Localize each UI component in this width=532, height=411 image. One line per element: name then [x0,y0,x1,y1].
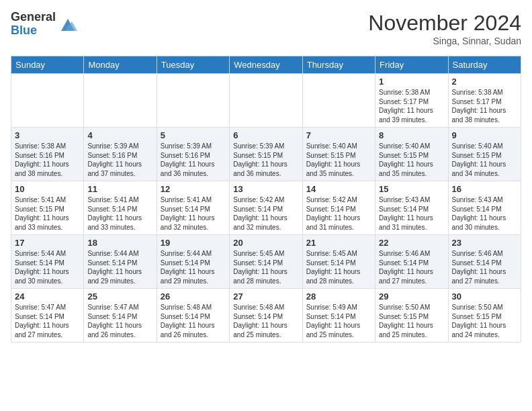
day-number: 2 [452,77,517,87]
day-number: 22 [379,238,444,248]
calendar-cell-4-1: 25Sunrise: 5:47 AM Sunset: 5:14 PM Dayli… [84,289,157,342]
day-number: 6 [233,130,298,140]
calendar-week-row-3: 17Sunrise: 5:44 AM Sunset: 5:14 PM Dayli… [11,235,521,289]
calendar-cell-2-4: 14Sunrise: 5:42 AM Sunset: 5:14 PM Dayli… [302,181,375,235]
day-number: 20 [233,238,298,248]
day-number: 11 [87,184,152,194]
calendar-cell-0-4 [302,74,375,128]
day-number: 17 [15,238,80,248]
day-number: 15 [379,184,444,194]
calendar-cell-4-2: 26Sunrise: 5:48 AM Sunset: 5:14 PM Dayli… [157,289,229,342]
calendar-cell-1-6: 9Sunrise: 5:40 AM Sunset: 5:15 PM Daylig… [448,128,521,181]
header: General Blue November 2024 Singa, Sinnar… [11,11,521,46]
calendar-cell-3-2: 19Sunrise: 5:44 AM Sunset: 5:14 PM Dayli… [157,235,229,289]
calendar-week-row-1: 3Sunrise: 5:38 AM Sunset: 5:16 PM Daylig… [11,128,521,181]
day-content: Sunrise: 5:39 AM Sunset: 5:16 PM Dayligh… [161,142,226,178]
calendar-cell-4-0: 24Sunrise: 5:47 AM Sunset: 5:14 PM Dayli… [11,289,84,342]
location: Singa, Sinnar, Sudan [368,36,521,46]
day-number: 4 [87,130,152,140]
calendar-cell-3-0: 17Sunrise: 5:44 AM Sunset: 5:14 PM Dayli… [11,235,84,289]
col-wednesday: Wednesday [230,56,302,74]
calendar-cell-2-3: 13Sunrise: 5:42 AM Sunset: 5:14 PM Dayli… [230,181,302,235]
calendar-cell-4-3: 27Sunrise: 5:48 AM Sunset: 5:14 PM Dayli… [230,289,302,342]
day-number: 1 [379,77,444,87]
day-content: Sunrise: 5:39 AM Sunset: 5:15 PM Dayligh… [233,142,298,178]
day-number: 21 [306,238,371,248]
day-content: Sunrise: 5:41 AM Sunset: 5:14 PM Dayligh… [161,195,226,232]
day-content: Sunrise: 5:40 AM Sunset: 5:15 PM Dayligh… [379,142,444,178]
calendar-cell-3-5: 22Sunrise: 5:46 AM Sunset: 5:14 PM Dayli… [375,235,448,289]
calendar-cell-4-4: 28Sunrise: 5:49 AM Sunset: 5:14 PM Dayli… [302,289,375,342]
calendar-cell-3-6: 23Sunrise: 5:46 AM Sunset: 5:14 PM Dayli… [448,235,521,289]
calendar-cell-0-3 [230,74,302,128]
calendar-week-row-4: 24Sunrise: 5:47 AM Sunset: 5:14 PM Dayli… [11,289,521,342]
calendar-cell-0-6: 2Sunrise: 5:38 AM Sunset: 5:17 PM Daylig… [448,74,521,128]
day-number: 8 [379,130,444,140]
calendar-cell-2-1: 11Sunrise: 5:41 AM Sunset: 5:14 PM Dayli… [84,181,157,235]
calendar-cell-2-2: 12Sunrise: 5:41 AM Sunset: 5:14 PM Dayli… [157,181,229,235]
day-number: 26 [161,291,226,302]
day-content: Sunrise: 5:41 AM Sunset: 5:14 PM Dayligh… [87,195,152,232]
day-content: Sunrise: 5:47 AM Sunset: 5:14 PM Dayligh… [15,303,80,339]
day-number: 29 [379,291,444,302]
logo: General Blue [11,11,77,38]
day-content: Sunrise: 5:43 AM Sunset: 5:14 PM Dayligh… [379,195,444,232]
calendar-cell-3-3: 20Sunrise: 5:45 AM Sunset: 5:14 PM Dayli… [230,235,302,289]
calendar-cell-2-6: 16Sunrise: 5:43 AM Sunset: 5:14 PM Dayli… [448,181,521,235]
day-content: Sunrise: 5:48 AM Sunset: 5:14 PM Dayligh… [161,303,226,339]
day-number: 9 [452,130,517,140]
calendar-cell-4-5: 29Sunrise: 5:50 AM Sunset: 5:15 PM Dayli… [375,289,448,342]
day-number: 13 [233,184,298,194]
day-content: Sunrise: 5:44 AM Sunset: 5:14 PM Dayligh… [15,249,80,285]
day-content: Sunrise: 5:43 AM Sunset: 5:14 PM Dayligh… [452,195,517,232]
day-content: Sunrise: 5:40 AM Sunset: 5:15 PM Dayligh… [452,142,517,178]
calendar-cell-1-3: 6Sunrise: 5:39 AM Sunset: 5:15 PM Daylig… [230,128,302,181]
day-content: Sunrise: 5:48 AM Sunset: 5:14 PM Dayligh… [233,303,298,339]
col-monday: Monday [84,56,157,74]
day-content: Sunrise: 5:44 AM Sunset: 5:14 PM Dayligh… [87,249,152,285]
month-title: November 2024 [368,11,521,36]
logo-general: General [11,11,56,24]
day-content: Sunrise: 5:44 AM Sunset: 5:14 PM Dayligh… [161,249,226,285]
calendar-week-row-2: 10Sunrise: 5:41 AM Sunset: 5:15 PM Dayli… [11,181,521,235]
col-saturday: Saturday [448,56,521,74]
day-content: Sunrise: 5:40 AM Sunset: 5:15 PM Dayligh… [306,142,371,178]
day-content: Sunrise: 5:50 AM Sunset: 5:15 PM Dayligh… [452,303,517,339]
day-number: 19 [161,238,226,248]
day-content: Sunrise: 5:46 AM Sunset: 5:14 PM Dayligh… [452,249,517,285]
day-number: 23 [452,238,517,248]
calendar-cell-1-4: 7Sunrise: 5:40 AM Sunset: 5:15 PM Daylig… [302,128,375,181]
calendar-cell-2-5: 15Sunrise: 5:43 AM Sunset: 5:14 PM Dayli… [375,181,448,235]
day-content: Sunrise: 5:41 AM Sunset: 5:15 PM Dayligh… [15,195,80,232]
day-content: Sunrise: 5:38 AM Sunset: 5:17 PM Dayligh… [379,88,444,124]
day-number: 27 [233,291,298,302]
calendar-cell-1-2: 5Sunrise: 5:39 AM Sunset: 5:16 PM Daylig… [157,128,229,181]
day-content: Sunrise: 5:47 AM Sunset: 5:14 PM Dayligh… [87,303,152,339]
day-content: Sunrise: 5:45 AM Sunset: 5:14 PM Dayligh… [306,249,371,285]
calendar-cell-3-1: 18Sunrise: 5:44 AM Sunset: 5:14 PM Dayli… [84,235,157,289]
day-number: 28 [306,291,371,302]
logo-blue: Blue [11,24,56,38]
day-content: Sunrise: 5:50 AM Sunset: 5:15 PM Dayligh… [379,303,444,339]
calendar-cell-2-0: 10Sunrise: 5:41 AM Sunset: 5:15 PM Dayli… [11,181,84,235]
day-number: 25 [87,291,152,302]
day-content: Sunrise: 5:38 AM Sunset: 5:17 PM Dayligh… [452,88,517,124]
day-content: Sunrise: 5:45 AM Sunset: 5:14 PM Dayligh… [233,249,298,285]
day-content: Sunrise: 5:38 AM Sunset: 5:16 PM Dayligh… [15,142,80,178]
title-block: November 2024 Singa, Sinnar, Sudan [368,11,521,46]
day-number: 30 [452,291,517,302]
col-thursday: Thursday [302,56,375,74]
page: General Blue November 2024 Singa, Sinnar… [0,0,532,351]
day-content: Sunrise: 5:49 AM Sunset: 5:14 PM Dayligh… [306,303,371,339]
day-number: 18 [87,238,152,248]
logo-icon [58,15,77,34]
day-number: 24 [15,291,80,302]
calendar-cell-0-5: 1Sunrise: 5:38 AM Sunset: 5:17 PM Daylig… [375,74,448,128]
calendar-cell-3-4: 21Sunrise: 5:45 AM Sunset: 5:14 PM Dayli… [302,235,375,289]
calendar-header-row: Sunday Monday Tuesday Wednesday Thursday… [11,56,521,74]
day-number: 5 [161,130,226,140]
day-number: 10 [15,184,80,194]
col-tuesday: Tuesday [157,56,229,74]
calendar-cell-0-1 [84,74,157,128]
calendar-cell-1-0: 3Sunrise: 5:38 AM Sunset: 5:16 PM Daylig… [11,128,84,181]
